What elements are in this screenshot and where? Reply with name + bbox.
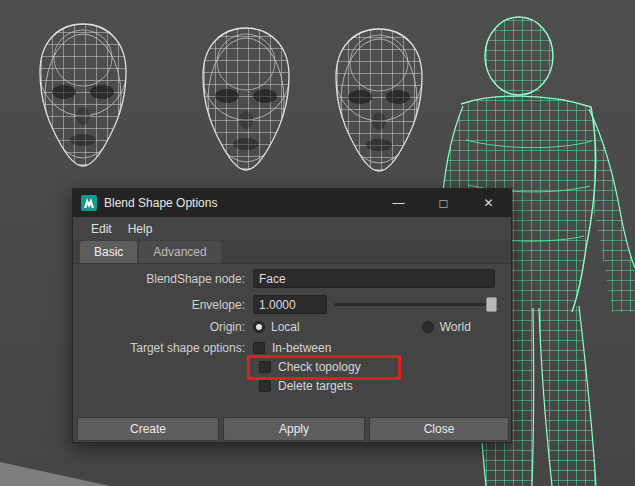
wireframe-head-3[interactable]: [326, 25, 432, 173]
checkbox-delete-targets-label: Delete targets: [278, 379, 353, 393]
envelope-slider-handle[interactable]: [486, 297, 497, 312]
apply-button[interactable]: Apply: [223, 417, 365, 441]
tab-bar: Basic Advanced: [73, 240, 511, 264]
envelope-slider-track[interactable]: [334, 303, 496, 306]
checkbox-check-topology[interactable]: [259, 361, 271, 373]
close-icon[interactable]: ✕: [466, 189, 511, 217]
radio-origin-local-label: Local: [271, 320, 300, 334]
checkbox-in-between-label: In-between: [272, 341, 331, 355]
window-titlebar[interactable]: Blend Shape Options — □ ✕: [73, 189, 511, 217]
menu-help[interactable]: Help: [120, 220, 161, 238]
window-title: Blend Shape Options: [104, 196, 217, 210]
origin-row: Origin: Local World: [73, 320, 511, 334]
wireframe-head-2[interactable]: [193, 24, 299, 172]
radio-origin-world-label: World: [440, 320, 471, 334]
wireframe-head-1[interactable]: [30, 20, 136, 168]
options-form: BlendShape node: Envelope: Origin: Local…: [73, 264, 511, 414]
tab-advanced[interactable]: Advanced: [139, 241, 220, 263]
blendshape-node-row: BlendShape node:: [73, 269, 511, 288]
minimize-icon[interactable]: —: [376, 189, 421, 217]
checkbox-delete-targets[interactable]: [259, 380, 271, 392]
blendshape-node-label: BlendShape node:: [73, 272, 253, 286]
envelope-value-input[interactable]: [253, 295, 327, 314]
radio-origin-local[interactable]: [253, 321, 265, 333]
checkbox-in-between[interactable]: [253, 342, 265, 354]
envelope-slider[interactable]: [334, 295, 504, 314]
maya-logo-icon: [81, 195, 97, 211]
envelope-row: Envelope:: [73, 295, 511, 314]
close-button[interactable]: Close: [369, 417, 509, 441]
delete-targets-row: Delete targets: [73, 379, 511, 393]
menu-bar: Edit Help: [73, 217, 511, 240]
blend-shape-options-window: Blend Shape Options — □ ✕ Edit Help Basi…: [72, 188, 512, 443]
origin-label: Origin:: [73, 320, 253, 334]
check-topology-row: Check topology: [73, 360, 511, 374]
blendshape-node-input[interactable]: [253, 269, 495, 288]
maximize-icon[interactable]: □: [421, 189, 466, 217]
ground-plane-corner: [0, 462, 110, 486]
maya-viewport-screen: Blend Shape Options — □ ✕ Edit Help Basi…: [0, 0, 635, 486]
create-button[interactable]: Create: [77, 417, 219, 441]
in-between-row: Target shape options: In-between: [73, 341, 511, 355]
target-shape-options-label: Target shape options:: [73, 341, 253, 355]
radio-origin-world[interactable]: [422, 321, 434, 333]
checkbox-check-topology-label: Check topology: [278, 360, 361, 374]
envelope-label: Envelope:: [73, 298, 253, 312]
menu-edit[interactable]: Edit: [83, 220, 120, 238]
tab-basic[interactable]: Basic: [80, 241, 137, 263]
